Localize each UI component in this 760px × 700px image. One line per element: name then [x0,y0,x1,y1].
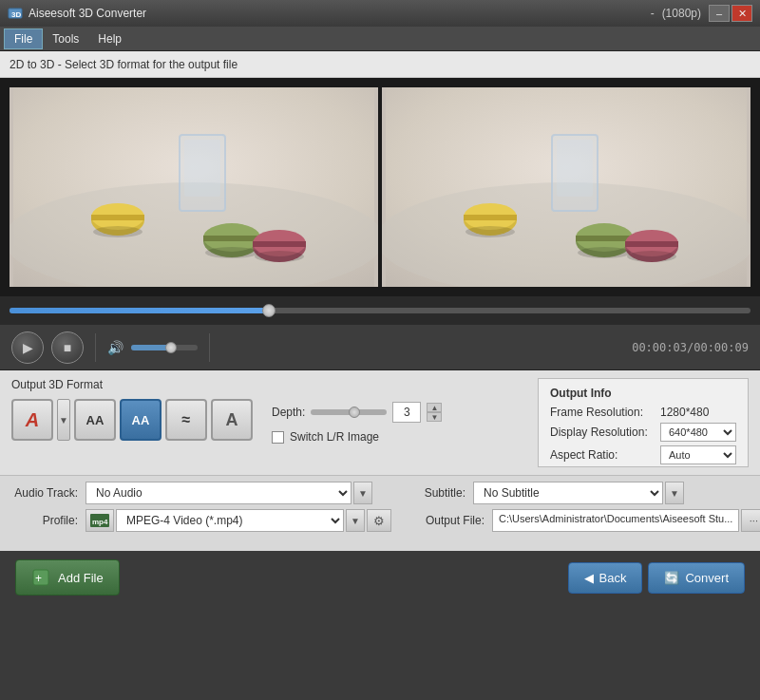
controls-separator-1 [95,333,96,362]
audio-track-select-wrap: No Audio ▼ [86,482,372,504]
depth-thumb [349,407,360,418]
output-info-title: Output Info [550,387,736,400]
profile-row: Profile: mp4 MPEG-4 Video (*.mp4) ▼ ⚙ Ou… [11,509,749,532]
subtitle-arrow[interactable]: ▼ [665,482,684,504]
seek-area [0,296,760,325]
svg-rect-14 [253,241,306,247]
close-button[interactable]: ✕ [732,5,752,22]
format-section-label: Output 3D Format [11,378,253,391]
convert-label: Convert [685,571,729,585]
add-file-label: Add File [58,571,104,585]
display-res-select[interactable]: 640*480 [660,423,736,442]
menu-bar: File Tools Help [0,27,760,51]
stop-button[interactable]: ■ [51,331,84,364]
display-res-row: Display Resolution: 640*480 [550,423,736,442]
back-label: Back [599,571,627,585]
svg-text:mp4: mp4 [92,518,108,526]
subtitle-select[interactable]: No Subtitle [473,482,663,504]
format-split-btn[interactable]: A [211,399,253,441]
svg-point-31 [466,226,515,237]
svg-rect-21 [557,140,593,197]
depth-label: Depth: [272,406,305,419]
scene-svg-left [10,87,378,287]
bottom-fields: Audio Track: No Audio ▼ Subtitle: No Sub… [0,475,760,551]
controls-area: ▶ ■ 🔊 00:00:03/00:00:09 [0,325,760,370]
options-area: Output 3D Format A ▼ AA AA ≈ A Depth: 3 … [0,370,760,475]
output-file-wrap: C:\Users\Administrator\Documents\Aiseeso… [492,509,760,532]
title-bar: 3D Aiseesoft 3D Converter - (1080p) – ✕ [0,0,760,27]
audio-track-label: Audio Track: [11,486,78,500]
aspect-ratio-label: Aspect Ratio: [550,448,655,462]
display-res-label: Display Resolution: [550,426,655,439]
format-anaglyph-btn[interactable]: A [11,399,53,441]
svg-rect-5 [184,140,220,197]
output-file-value: C:\Users\Administrator\Documents\Aiseeso… [492,509,739,532]
action-bar: + Add File ◀ Back 🔄 Convert [0,551,760,604]
depth-slider[interactable] [311,409,387,415]
svg-rect-8 [91,215,144,220]
frame-res-value: 1280*480 [660,406,709,419]
title-bar-separator: - [651,7,655,20]
convert-button[interactable]: 🔄 Convert [648,562,745,594]
volume-slider[interactable] [131,345,198,350]
format-section: Output 3D Format A ▼ AA AA ≈ A [11,378,253,467]
convert-icon: 🔄 [664,571,679,585]
seek-bar[interactable] [10,308,750,313]
depth-row: Depth: 3 ▲ ▼ [272,402,442,423]
scene-svg-right [382,87,750,287]
svg-point-16 [205,247,258,258]
format-sbs2-btn[interactable]: AA [120,399,162,441]
volume-thumb[interactable] [165,342,177,353]
profile-select-wrap: mp4 MPEG-4 Video (*.mp4) ▼ ⚙ [86,509,391,532]
menu-file[interactable]: File [4,28,43,49]
menu-tools[interactable]: Tools [43,29,88,48]
preview-right [382,87,750,287]
time-display: 00:00:03/00:00:09 [632,341,749,354]
switch-lr-label: Switch L/R Image [290,430,379,444]
depth-section: Depth: 3 ▲ ▼ Switch L/R Image [262,378,451,467]
menu-help[interactable]: Help [88,29,131,48]
profile-select[interactable]: MPEG-4 Video (*.mp4) [116,509,344,532]
aspect-ratio-row: Aspect Ratio: Auto [550,445,736,464]
stop-icon: ■ [64,340,71,355]
svg-point-17 [255,251,304,262]
profile-arrow[interactable]: ▼ [346,509,365,532]
svg-rect-27 [576,236,633,241]
audio-track-arrow[interactable]: ▼ [353,482,372,504]
preview-scene-right [382,87,750,287]
back-button[interactable]: ◀ Back [568,562,643,594]
play-button[interactable]: ▶ [11,331,44,364]
aspect-ratio-select[interactable]: Auto [660,445,736,464]
preview-scene-left [10,87,378,287]
status-bar: 2D to 3D - Select 3D format for the outp… [0,51,760,78]
format-anaglyph-arrow[interactable]: ▼ [57,399,70,441]
output-file-label: Output File: [418,514,484,527]
profile-settings-btn[interactable]: ⚙ [367,509,391,532]
minimize-button[interactable]: – [709,5,730,22]
switch-lr-checkbox[interactable] [272,431,284,444]
output-file-dots-btn[interactable]: ··· [741,509,760,532]
svg-rect-30 [625,241,678,247]
format-topbottom-btn[interactable]: ≈ [165,399,207,441]
app-title: Aiseesoft 3D Converter [28,7,651,20]
output-info-section: Output Info Frame Resolution: 1280*480 D… [538,378,749,467]
audio-track-select[interactable]: No Audio [86,482,352,504]
svg-text:+: + [35,572,42,585]
depth-up-arrow[interactable]: ▲ [427,403,442,412]
window-controls: – ✕ [709,5,752,22]
frame-res-row: Frame Resolution: 1280*480 [550,406,736,419]
svg-rect-11 [203,236,260,241]
format-sbs-btn[interactable]: AA [74,399,116,441]
depth-down-arrow[interactable]: ▼ [427,412,442,422]
controls-separator-2 [209,333,210,362]
add-file-button[interactable]: + Add File [15,559,120,596]
play-icon: ▶ [23,340,33,355]
preview-area [0,78,760,296]
subtitle-label: Subtitle: [399,486,466,500]
svg-point-33 [627,251,676,262]
svg-rect-24 [464,215,517,220]
svg-point-32 [578,247,631,258]
seek-thumb[interactable] [262,304,276,317]
volume-icon: 🔊 [107,340,124,355]
profile-label: Profile: [11,514,78,527]
